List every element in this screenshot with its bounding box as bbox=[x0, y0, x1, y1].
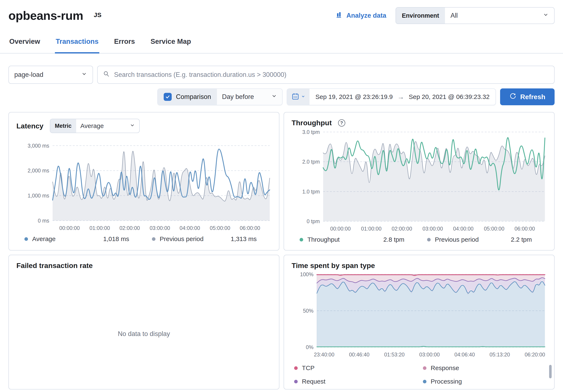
time-spent-by-span-type-panel: Time spent by span type 0%50%100%23:40:0… bbox=[284, 255, 555, 390]
svg-text:04:00:00: 04:00:00 bbox=[453, 226, 473, 232]
svg-text:00:46:40: 00:46:40 bbox=[349, 352, 370, 357]
legend-dot bbox=[25, 237, 28, 241]
environment-label: Environment bbox=[396, 8, 445, 24]
help-icon[interactable]: ? bbox=[338, 119, 345, 127]
legend-item-processing[interactable]: Processing bbox=[415, 378, 538, 385]
tab-overview[interactable]: Overview bbox=[8, 37, 41, 53]
legend-dot bbox=[294, 366, 298, 370]
search-icon bbox=[103, 71, 110, 79]
environment-value: All bbox=[450, 12, 458, 19]
page-title: opbeans-rum bbox=[8, 7, 83, 24]
svg-text:04:00:00: 04:00:00 bbox=[180, 225, 200, 231]
legend-dot bbox=[423, 366, 426, 370]
legend-dot bbox=[300, 238, 303, 241]
legend-item-request[interactable]: Request bbox=[292, 378, 415, 385]
legend-dot bbox=[427, 238, 431, 241]
failed-transaction-rate-title: Failed transaction rate bbox=[16, 261, 93, 270]
search-bar bbox=[97, 66, 555, 84]
throughput-chart[interactable]: 0 tpm1.0 tpm2.0 tpm3.0 tpm00:00:0001:00:… bbox=[292, 129, 547, 234]
svg-text:2,000 ms: 2,000 ms bbox=[27, 168, 49, 173]
chevron-down-icon bbox=[543, 12, 549, 19]
legend-item-average[interactable]: Average 1,018 ms bbox=[16, 235, 144, 243]
legend-value: 1,313 ms bbox=[231, 235, 257, 243]
arrow-right-icon: → bbox=[397, 93, 404, 101]
svg-text:01:53:20: 01:53:20 bbox=[384, 352, 405, 357]
chevron-down-icon bbox=[271, 93, 277, 101]
svg-text:1,000 ms: 1,000 ms bbox=[27, 193, 49, 198]
svg-text:0%: 0% bbox=[306, 344, 313, 350]
refresh-label: Refresh bbox=[520, 93, 545, 101]
environment-filter: Environment All bbox=[396, 7, 555, 24]
analyze-data-link[interactable]: Analyze data bbox=[336, 11, 386, 20]
time-spent-title: Time spent by span type bbox=[292, 261, 375, 270]
latency-title: Latency bbox=[16, 122, 44, 130]
legend-item-response[interactable]: Response bbox=[415, 365, 538, 372]
comparison-value: Day before bbox=[222, 93, 254, 101]
svg-text:23:40:00: 23:40:00 bbox=[314, 352, 334, 357]
latency-chart[interactable]: 0 ms1,000 ms2,000 ms3,000 ms00:00:0001:0… bbox=[16, 135, 271, 233]
refresh-icon bbox=[509, 92, 516, 101]
legend-label: Request bbox=[302, 378, 325, 385]
legend-dot bbox=[294, 380, 298, 383]
throughput-panel: Throughput ? 0 tpm1.0 tpm2.0 tpm3.0 tpm0… bbox=[284, 112, 555, 250]
date-start[interactable]: Sep 19, 2021 @ 23:26:19.9 bbox=[315, 93, 393, 100]
page-header: opbeans-rum JS Analyze data Environment … bbox=[0, 0, 563, 24]
legend-label: TCP bbox=[302, 365, 315, 372]
svg-text:1.0 tpm: 1.0 tpm bbox=[302, 189, 320, 195]
svg-text:00:00:00: 00:00:00 bbox=[59, 225, 80, 231]
time-spent-chart[interactable]: 0%50%100%23:40:0000:46:4001:53:2003:00:0… bbox=[292, 271, 547, 360]
svg-text:06:00:00: 06:00:00 bbox=[240, 225, 260, 231]
environment-select[interactable]: All bbox=[445, 8, 554, 24]
calendar-menu-button[interactable] bbox=[287, 89, 309, 105]
latency-metric-group: Metric Average bbox=[50, 119, 140, 133]
chevron-down-icon bbox=[301, 94, 305, 99]
date-picker: Sep 19, 2021 @ 23:26:19.9 → Sep 20, 2021… bbox=[287, 88, 496, 105]
no-data-message: No data to display bbox=[9, 330, 279, 338]
date-range[interactable]: Sep 19, 2021 @ 23:26:19.9 → Sep 20, 2021… bbox=[309, 89, 496, 105]
svg-text:100%: 100% bbox=[300, 271, 313, 277]
refresh-button[interactable]: Refresh bbox=[500, 88, 555, 105]
legend-item-previous-period[interactable]: Previous period 2.2 tpm bbox=[419, 236, 547, 243]
latency-metric-value: Average bbox=[80, 122, 104, 130]
tab-transactions[interactable]: Transactions bbox=[55, 37, 100, 53]
legend-label: Response bbox=[431, 365, 459, 372]
legend-label: Processing bbox=[431, 378, 462, 385]
legend-label: Average bbox=[32, 235, 56, 243]
bar-chart-icon bbox=[336, 11, 343, 20]
svg-text:3,000 ms: 3,000 ms bbox=[27, 143, 49, 149]
svg-text:03:00:00: 03:00:00 bbox=[422, 226, 443, 232]
latency-metric-select[interactable]: Average bbox=[76, 119, 139, 133]
legend-scrollbar[interactable] bbox=[549, 365, 552, 378]
svg-text:0 ms: 0 ms bbox=[38, 218, 49, 223]
date-end[interactable]: Sep 20, 2021 @ 06:39:23.32 bbox=[409, 93, 490, 100]
search-input[interactable] bbox=[114, 71, 549, 78]
svg-text:02:00:00: 02:00:00 bbox=[392, 226, 412, 232]
svg-text:0 tpm: 0 tpm bbox=[307, 218, 320, 224]
svg-text:00:00:00: 00:00:00 bbox=[330, 226, 351, 232]
comparison-checkbox-row[interactable]: Comparison bbox=[158, 89, 217, 105]
svg-text:04:06:40: 04:06:40 bbox=[454, 352, 475, 357]
legend-item-previous-period[interactable]: Previous period 1,313 ms bbox=[144, 235, 271, 243]
comparison-checkbox[interactable] bbox=[164, 93, 172, 101]
tab-service-map[interactable]: Service Map bbox=[150, 37, 192, 53]
svg-text:05:00:00: 05:00:00 bbox=[484, 226, 504, 232]
legend-item-tcp[interactable]: TCP bbox=[292, 365, 415, 372]
svg-text:06:20:00: 06:20:00 bbox=[525, 352, 545, 357]
transaction-type-select[interactable]: page-load bbox=[8, 66, 93, 84]
throughput-title: Throughput bbox=[292, 119, 332, 127]
throughput-legend: Throughput 2.8 tpm Previous period 2.2 t… bbox=[292, 236, 547, 243]
svg-text:01:00:00: 01:00:00 bbox=[361, 226, 382, 232]
chevron-down-icon bbox=[130, 122, 135, 130]
analyze-data-label: Analyze data bbox=[346, 12, 386, 19]
legend-dot bbox=[152, 237, 155, 241]
legend-value: 2.2 tpm bbox=[511, 236, 532, 243]
time-spent-legend: TCP Response Request Processing bbox=[292, 365, 547, 385]
legend-item-throughput[interactable]: Throughput 2.8 tpm bbox=[292, 236, 419, 243]
comparison-select[interactable]: Day before bbox=[217, 89, 282, 105]
metric-label: Metric bbox=[50, 119, 76, 133]
legend-label: Previous period bbox=[435, 236, 479, 243]
legend-label: Previous period bbox=[160, 235, 204, 243]
tab-errors[interactable]: Errors bbox=[113, 37, 136, 53]
latency-panel: Latency Metric Average 0 ms1,000 ms2,000… bbox=[8, 112, 279, 250]
svg-text:06:00:00: 06:00:00 bbox=[514, 226, 535, 232]
